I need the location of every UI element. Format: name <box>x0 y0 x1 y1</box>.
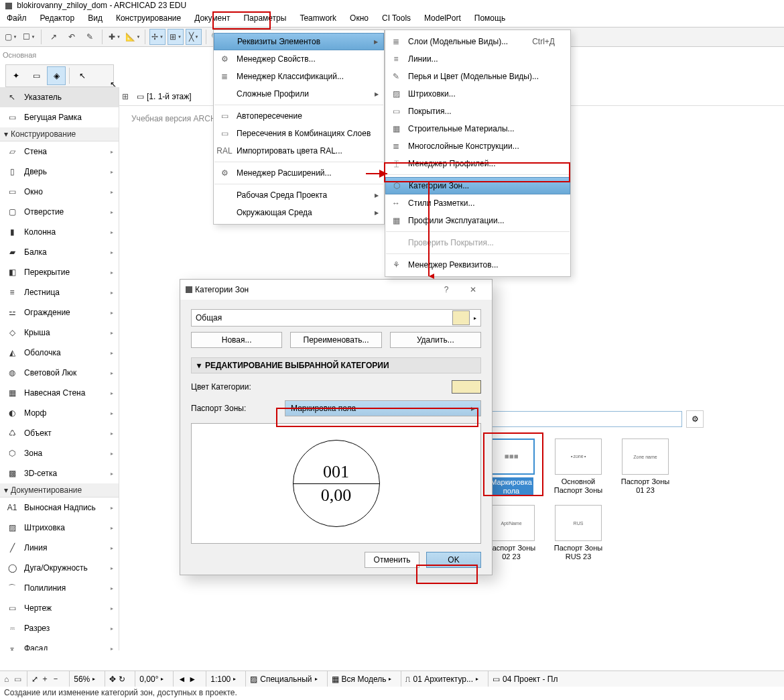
zoom-value[interactable]: 56% <box>74 675 90 684</box>
snap-icon[interactable]: ⊞▼ <box>168 29 184 45</box>
tool-Бегущая Рамка[interactable]: ▭Бегущая Рамка <box>0 107 119 127</box>
zoom-out-icon[interactable]: － <box>52 673 60 685</box>
menu-редактор[interactable]: Редактор <box>34 12 82 27</box>
rename-category-button[interactable]: Переименовать... <box>290 332 381 348</box>
tool-Чертеж[interactable]: ▭Чертеж▸ <box>0 598 119 618</box>
undo-icon[interactable]: ↶ <box>64 29 80 45</box>
menuitem-Импортировать цвета RAL...[interactable]: RALИмпортировать цвета RAL... <box>214 142 384 160</box>
tool-Перекрытие[interactable]: ◧Перекрытие▸ <box>0 262 119 282</box>
menu-помощь[interactable]: Помощь <box>468 12 512 27</box>
tool-Дверь[interactable]: ▯Дверь▸ <box>0 162 119 182</box>
menuitem-Автопересечение[interactable]: ▭Автопересечение <box>214 107 384 125</box>
grid-icon[interactable]: ╳▼ <box>186 29 202 45</box>
nav-fwd-icon[interactable]: ► <box>188 675 196 684</box>
zoom-in-icon[interactable]: ＋ <box>41 673 49 685</box>
tool-Световой Люк[interactable]: ◍Световой Люк▸ <box>0 363 119 383</box>
angle-value[interactable]: 0,00° <box>139 675 158 684</box>
stamp-thumb[interactable]: Zone nameПаспорт Зоны01 23 <box>616 439 674 495</box>
menuitem-Многослойные Конструкции...[interactable]: ≣Многослойные Конструкции... <box>385 137 570 155</box>
menu-teamwork[interactable]: Teamwork <box>293 12 343 27</box>
menuitem-Менеджер Профилей...[interactable]: ⌶Менеджер Профилей... <box>385 155 570 172</box>
tool-Навесная Стена[interactable]: ▦Навесная Стена▸ <box>0 383 119 403</box>
menuitem-Покрытия...[interactable]: ▭Покрытия... <box>385 103 570 120</box>
help-button[interactable]: ? <box>433 281 460 298</box>
delete-category-button[interactable]: Удалить... <box>390 332 481 348</box>
menu-параметры[interactable]: Параметры <box>237 12 293 27</box>
new-icon[interactable]: ▢▼ <box>3 29 19 45</box>
tool-Окно[interactable]: ▭Окно▸ <box>0 182 119 202</box>
ok-button[interactable]: OK <box>426 552 481 568</box>
tool-Морф[interactable]: ◐Морф▸ <box>0 403 119 423</box>
tool-Фасад[interactable]: ⌅Фасад▸ <box>0 638 119 650</box>
tool-Колонна[interactable]: ▮Колонна▸ <box>0 222 119 242</box>
menu-конструирование[interactable]: Конструирование <box>109 12 188 27</box>
tool-Линия[interactable]: ╱Линия▸ <box>0 538 119 558</box>
menuitem-Штриховки...[interactable]: ▨Штриховки... <box>385 85 570 103</box>
arrow-icon[interactable]: ↗ <box>46 29 62 45</box>
scale-value[interactable]: 1:100 <box>210 675 231 684</box>
nav-back-icon[interactable]: ◄ <box>178 675 186 684</box>
menuitem-Менеджер Свойств...[interactable]: ⚙Менеджер Свойств... <box>214 50 384 68</box>
mode-pointer-icon[interactable]: ✦ <box>7 66 25 85</box>
tool-Полилиния[interactable]: ⌒Полилиния▸ <box>0 578 119 598</box>
edit-section-header[interactable]: ▾РЕДАКТИРОВАНИЕ ВЫБРАННОЙ КАТЕГОРИИ <box>191 357 481 373</box>
mode-group-icon[interactable]: ◈ <box>47 66 66 85</box>
open-icon[interactable]: ☐▼ <box>21 29 37 45</box>
display-value[interactable]: Специальный <box>260 675 312 684</box>
menuitem-Перья и Цвет (Модельные Виды)...[interactable]: ✎Перья и Цвет (Модельные Виды)... <box>385 68 570 85</box>
menu-документ[interactable]: Документ <box>188 12 237 27</box>
tab-layout-icon[interactable]: ⊞ <box>122 92 129 101</box>
view-tab[interactable]: ▭ [1. 1-й этаж] <box>133 91 196 103</box>
menu-ci tools[interactable]: CI Tools <box>375 12 417 27</box>
palette-group-documenting[interactable]: ▾Документирование <box>0 483 119 498</box>
tool-Разрез[interactable]: ⎓Разрез▸ <box>0 618 119 638</box>
rotate-icon[interactable]: ↻ <box>119 675 125 684</box>
tool-Зона[interactable]: ⬡Зона▸ <box>0 443 119 463</box>
menuitem-Менеджер Реквизитов...[interactable]: ⚘Менеджер Реквизитов... <box>385 256 570 274</box>
category-selector[interactable]: Общая ▸ <box>191 309 481 327</box>
redo-icon[interactable]: ✎ <box>82 29 98 45</box>
status-link-icon[interactable]: ▭ <box>14 675 21 684</box>
model-value[interactable]: Вся Модель <box>342 675 387 684</box>
new-category-button[interactable]: Новая... <box>191 332 282 348</box>
stamp-thumb[interactable]: ∘zone∘ОсновнойПаспорт Зоны <box>549 439 607 495</box>
tool-3D-сетка[interactable]: ▩3D-сетка▸ <box>0 463 119 483</box>
tool-Оболочка[interactable]: ◭Оболочка▸ <box>0 343 119 363</box>
tool-Выносная Надпись[interactable]: A1Выносная Надпись▸ <box>0 498 119 518</box>
chooser-settings-button[interactable]: ⚙ <box>686 410 704 428</box>
color-swatch[interactable] <box>452 380 481 394</box>
tool-Объект[interactable]: ♺Объект▸ <box>0 423 119 443</box>
menuitem-Пересечения в Комбинациях Слоев[interactable]: ▭Пересечения в Комбинациях Слоев <box>214 125 384 142</box>
guide-icon[interactable]: ✢▼ <box>149 29 166 45</box>
menuitem-Сложные Профили[interactable]: Сложные Профили <box>214 85 384 103</box>
tool-Указатель[interactable]: ↖Указатель <box>0 87 119 107</box>
mode-cursor-icon[interactable]: ↖ <box>73 66 92 85</box>
menu-файл[interactable]: Файл <box>0 12 34 27</box>
close-button[interactable]: ✕ <box>460 281 486 298</box>
menuitem-Менеджер Расширений...[interactable]: ⚙Менеджер Расширений... <box>214 164 384 182</box>
palette-group-construction[interactable]: ▾Конструирование <box>0 127 119 141</box>
tool-Стена[interactable]: ▱Стена▸ <box>0 141 119 162</box>
cancel-button[interactable]: Отменить <box>365 552 419 568</box>
menuitem-Слои (Модельные Виды)...[interactable]: ≣Слои (Модельные Виды)...Ctrl+Д <box>385 33 570 50</box>
tool-Лестница[interactable]: ≡Лестница▸ <box>0 282 119 302</box>
menuitem-Категории Зон...[interactable]: ⬡Категории Зон... <box>385 177 570 194</box>
passport-combo[interactable]: Маркировка пола <box>285 400 481 416</box>
tool-Отверстие[interactable]: ▢Отверстие▸ <box>0 202 119 222</box>
layer-combo[interactable]: 01 Архитектур... <box>413 675 473 684</box>
tool-Крыша[interactable]: ◇Крыша▸ <box>0 323 119 343</box>
tool-Ограждение[interactable]: ⚍Ограждение▸ <box>0 302 119 323</box>
menuitem-Менеджер Классификаций...[interactable]: ≣Менеджер Классификаций... <box>214 68 384 85</box>
menuitem-Профили Эксплуатации...[interactable]: ▦Профили Эксплуатации... <box>385 212 570 229</box>
stamp-thumb[interactable]: RUSПаспорт ЗоныRUS 23 <box>549 505 607 561</box>
menuitem-Окружающая Среда[interactable]: Окружающая Среда <box>214 204 384 221</box>
zoom-fit-icon[interactable]: ⤢ <box>31 675 38 684</box>
menuitem-Реквизиты Элементов[interactable]: Реквизиты Элементов <box>214 33 384 50</box>
pan-icon[interactable]: ✥ <box>109 675 116 684</box>
menuitem-Стили Разметки...[interactable]: ↔Стили Разметки... <box>385 194 570 212</box>
status-home-icon[interactable]: ⌂ <box>4 675 9 684</box>
menu-вид[interactable]: Вид <box>81 12 109 27</box>
menu-окно[interactable]: Окно <box>343 12 375 27</box>
tool-Балка[interactable]: ▰Балка▸ <box>0 242 119 262</box>
ruler-icon[interactable]: 📐▼ <box>125 29 141 45</box>
